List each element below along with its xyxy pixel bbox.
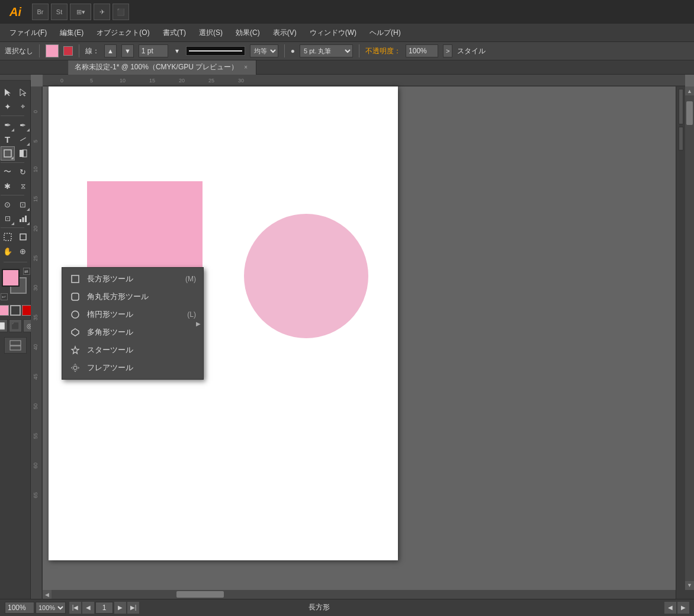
direct-select-tool[interactable] — [16, 85, 30, 100]
menu-edit[interactable]: 編集(E) — [54, 25, 89, 40]
title-bar: Ai Br St ⊞▾ ✈ ⬛ — [0, 0, 694, 24]
svg-text:65: 65 — [33, 492, 38, 498]
flyout-flare-tool[interactable]: フレアツール — [62, 359, 203, 377]
scroll-track-horizontal[interactable] — [52, 590, 676, 599]
menu-help[interactable]: ヘルプ(H) — [364, 25, 407, 40]
page-number-input[interactable] — [95, 602, 113, 614]
warp-tools-row: ✱ ⧖ — [1, 179, 30, 193]
stroke-dropdown-arrow[interactable]: ▾ — [173, 47, 181, 55]
horizontal-scrollbar[interactable]: ◀ ▶ — [43, 590, 685, 599]
menu-view[interactable]: 表示(V) — [267, 25, 303, 40]
artboard-tool[interactable] — [16, 230, 30, 244]
send-icon[interactable]: ✈ — [94, 4, 110, 20]
menu-window[interactable]: ウィンドウ(W) — [304, 25, 362, 40]
paintbrush-tool[interactable]: 〜 — [1, 165, 15, 179]
zoom-select[interactable]: 100% — [36, 602, 66, 614]
paint-tools-row: 〜 ↻ — [1, 165, 30, 179]
opacity-input[interactable] — [406, 44, 438, 57]
panel-handle-1[interactable] — [679, 89, 683, 124]
chart-tool[interactable] — [16, 211, 30, 226]
horizontal-ruler: 0 5 10 15 20 25 30 — [43, 75, 685, 86]
stroke-style-select[interactable]: 均等 — [250, 44, 278, 57]
scroll-thumb-vertical[interactable] — [686, 101, 693, 125]
tools-container: ✦ ⌖ ✒ ✒ — [1, 85, 30, 258]
status-right-arrow[interactable]: ▶ — [677, 602, 689, 614]
lens-flare-tool[interactable]: ⊡ — [16, 197, 30, 211]
menu-effect[interactable]: 効果(C) — [230, 25, 266, 40]
ruler-corner — [0, 75, 31, 81]
stroke-down-btn[interactable]: ▼ — [121, 44, 134, 57]
flyout-star-tool[interactable]: スターツール — [62, 341, 203, 359]
flyout-rounded-rect-tool[interactable]: 角丸長方形ツール — [62, 288, 203, 306]
menu-select[interactable]: 選択(S) — [193, 25, 229, 40]
menu-type[interactable]: 書式(T) — [157, 25, 192, 40]
tab-title: 名称未設定-1* @ 100%（CMYK/GPU プレビュー） — [75, 62, 238, 72]
eyedropper-tool[interactable]: ⊙ — [1, 197, 15, 211]
first-page-btn[interactable]: |◀ — [69, 602, 81, 614]
shape-tool[interactable] — [1, 146, 15, 161]
blend-tool[interactable]: ⧖ — [16, 179, 30, 193]
scroll-up-arrow[interactable]: ▲ — [685, 86, 694, 95]
divider-4 — [359, 44, 359, 57]
change-screen-mode-icon[interactable] — [4, 337, 27, 354]
line-tool[interactable]: / — [16, 132, 30, 146]
scroll-thumb-horizontal[interactable] — [176, 591, 224, 598]
svg-marker-1 — [20, 89, 26, 96]
magic-wand-tool[interactable]: ✦ — [1, 100, 15, 114]
menu-file[interactable]: ファイル(F) — [4, 25, 53, 40]
stroke-value-input[interactable] — [139, 44, 168, 57]
svg-text:5: 5 — [90, 78, 93, 84]
draw-normal-icon[interactable]: ⬜ — [0, 319, 8, 332]
flyout-polygon-tool[interactable]: 多角形ツール — [62, 323, 203, 341]
flyout-ellipse-tool[interactable]: 楕円形ツール (L) — [62, 306, 203, 323]
hand-tool[interactable]: ✋ — [1, 244, 15, 258]
vertical-scrollbar[interactable]: ▲ ▼ — [685, 86, 694, 590]
scroll-down-arrow[interactable]: ▼ — [685, 581, 694, 590]
share-icon[interactable]: ⬛ — [113, 4, 129, 20]
curvature-tool[interactable]: ✒ — [16, 118, 30, 132]
status-left-arrow[interactable]: ◀ — [664, 602, 676, 614]
prev-page-btn[interactable]: ◀ — [82, 602, 94, 614]
svg-rect-9 — [20, 234, 26, 240]
fill-mode-icon[interactable] — [0, 305, 9, 316]
opacity-more-btn[interactable]: > — [443, 44, 452, 57]
scroll-left-arrow[interactable]: ◀ — [43, 590, 52, 599]
crop-tool[interactable] — [1, 230, 15, 244]
last-page-btn[interactable]: ▶| — [127, 602, 139, 614]
panel-handle-2[interactable] — [679, 127, 683, 150]
scroll-track-vertical[interactable] — [685, 95, 694, 581]
brush-select[interactable]: 5 pt. 丸筆 — [300, 44, 353, 57]
workspace-icon[interactable]: ⊞▾ — [70, 4, 91, 20]
ellipse-tool-label: 楕円形ツール — [87, 309, 133, 320]
bridge-icon[interactable]: Br — [32, 4, 49, 20]
foreground-color-swatch[interactable] — [2, 269, 20, 287]
shape-builder-tool[interactable] — [16, 146, 30, 161]
tab-close-button[interactable]: × — [242, 63, 250, 72]
stock-icon[interactable]: St — [51, 4, 68, 20]
zoom-input[interactable] — [5, 602, 34, 614]
no-fill-mode-icon[interactable] — [10, 305, 21, 316]
pen-tool[interactable]: ✒ — [1, 118, 15, 132]
fill-color-swatch[interactable] — [46, 44, 59, 57]
rotate-tool[interactable]: ↻ — [16, 165, 30, 179]
svg-text:0: 0 — [60, 78, 63, 84]
next-page-btn[interactable]: ▶ — [114, 602, 126, 614]
document-tab[interactable]: 名称未設定-1* @ 100%（CMYK/GPU プレビュー） × — [68, 60, 256, 75]
puppet-warp-tool[interactable]: ✱ — [1, 179, 15, 193]
zoom-tool[interactable]: ⊕ — [16, 244, 30, 258]
camera-tool[interactable]: ⊡ — [1, 211, 15, 226]
canvas-area[interactable]: 0 5 10 15 20 25 30 0 5 10 15 20 — [31, 75, 694, 599]
draw-behind-icon[interactable]: ⬛ — [9, 319, 22, 332]
color-tools-row: ⊙ ⊡ — [1, 197, 30, 211]
stroke-color-swatch[interactable] — [63, 46, 73, 56]
type-tool[interactable]: T — [1, 132, 15, 146]
swap-colors-icon[interactable]: ⇄ — [23, 268, 30, 275]
flyout-rectangle-tool[interactable]: 長方形ツール (M) — [62, 270, 203, 288]
select-tool[interactable] — [1, 85, 15, 100]
svg-text:50: 50 — [33, 403, 38, 409]
rectangle-tool-label: 長方形ツール — [87, 274, 133, 284]
lasso-tool[interactable]: ⌖ — [16, 100, 30, 114]
reset-colors-icon[interactable]: ↩ — [1, 293, 8, 300]
stroke-up-btn[interactable]: ▲ — [104, 44, 117, 57]
menu-object[interactable]: オブジェクト(O) — [91, 25, 155, 40]
